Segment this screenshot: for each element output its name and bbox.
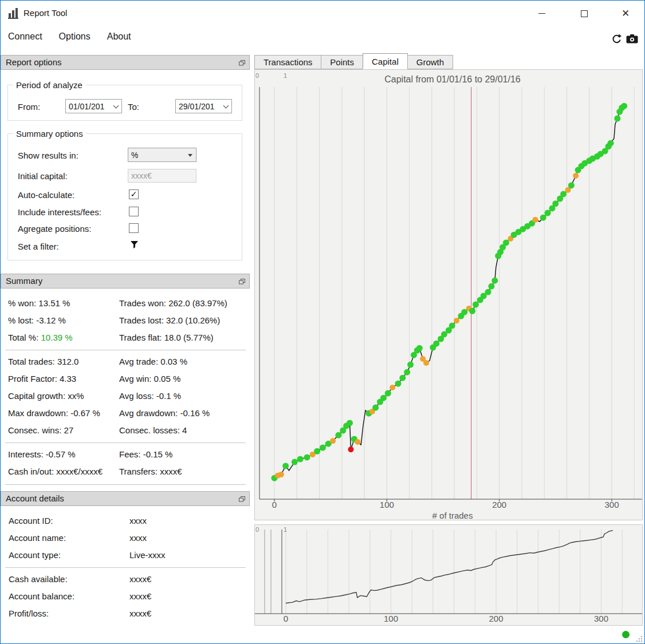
undock-icon[interactable] xyxy=(239,496,245,502)
summary-row: Total %: 10.39 %Trades flat: 18.0 (5.77%… xyxy=(1,329,250,346)
svg-text:100: 100 xyxy=(380,500,394,509)
summary-row: Consec. wins: 27Consec. losses: 4 xyxy=(1,422,250,439)
tab-capital[interactable]: Capital xyxy=(363,53,408,69)
initial-capital-label: Initial capital: xyxy=(18,171,68,181)
summary-row: Profit Factor: 4.33Avg win: 0.05 % xyxy=(1,370,250,388)
summary-row: Interests: -0.57 %Fees: -0.15 % xyxy=(1,446,250,463)
menu-item-connect[interactable]: Connect xyxy=(7,30,44,44)
svg-text:200: 200 xyxy=(492,500,506,509)
account-row: Profit/loss:xxxx€ xyxy=(1,605,250,622)
minimize-button[interactable] xyxy=(529,1,555,26)
show-results-label: Show results in: xyxy=(18,151,78,160)
report-options-header: Report options xyxy=(1,55,250,70)
set-filter-label: Set a filter: xyxy=(18,242,59,251)
maximize-icon xyxy=(581,10,588,17)
refresh-button[interactable] xyxy=(611,33,622,44)
camera-button[interactable] xyxy=(626,34,638,44)
svg-text:Capital from 01/01/16 to 29/01: Capital from 01/01/16 to 29/01/16 xyxy=(384,74,521,84)
separator xyxy=(5,484,246,485)
summary-title: Summary xyxy=(6,276,42,286)
to-label: To: xyxy=(128,102,139,112)
filter-button[interactable] xyxy=(130,240,139,249)
undock-icon[interactable] xyxy=(239,60,245,66)
close-button[interactable]: ✕ xyxy=(612,1,639,26)
svg-text:0: 0 xyxy=(272,500,277,509)
resize-grip[interactable] xyxy=(635,635,643,642)
minimize-icon xyxy=(538,13,545,14)
menu-item-about[interactable]: About xyxy=(106,30,132,44)
auto-calculate-label: Auto-calculate: xyxy=(18,190,74,200)
summary-block-2: Total trades: 312.0Avg trade: 0.03 %Prof… xyxy=(1,353,250,439)
account-row: Account type:Live-xxxx xyxy=(1,547,250,564)
account-block-1: Account ID:xxxxAccount name:xxxxAccount … xyxy=(1,512,250,564)
tab-bar: TransactionsPointsCapitalGrowth xyxy=(254,53,453,69)
summary-row: % won: 13.51 %Trades won: 262.0 (83.97%) xyxy=(1,295,250,312)
summary-block-1: % won: 13.51 %Trades won: 262.0 (83.97%)… xyxy=(1,295,250,346)
initial-capital-input[interactable] xyxy=(128,169,196,183)
show-results-combobox[interactable]: % xyxy=(128,148,196,162)
to-date-value: 29/01/201 xyxy=(179,102,214,111)
svg-text:1: 1 xyxy=(284,72,287,79)
svg-text:# of trades: # of trades xyxy=(432,511,473,520)
connection-status-indicator xyxy=(622,631,630,638)
separator xyxy=(5,442,246,443)
svg-text:300: 300 xyxy=(604,500,619,509)
to-date-combobox[interactable]: 29/01/201 xyxy=(175,99,232,113)
auto-calculate-checkbox[interactable]: ✓ xyxy=(129,189,139,199)
report-options-title: Report options xyxy=(6,57,62,67)
summary-row: Total trades: 312.0Avg trade: 0.03 % xyxy=(1,353,250,370)
account-details-header: Account details xyxy=(1,491,250,506)
dropdown-arrow-icon xyxy=(188,154,192,157)
separator xyxy=(5,350,246,350)
include-interests-label: Include interests/fees: xyxy=(18,207,101,217)
svg-text:300: 300 xyxy=(594,614,608,623)
menu-bar: ConnectOptionsAbout xyxy=(1,26,645,47)
agregate-positions-checkbox[interactable] xyxy=(129,223,139,233)
app-icon xyxy=(6,6,20,20)
undock-icon[interactable] xyxy=(239,279,245,285)
svg-text:200: 200 xyxy=(489,614,503,623)
account-row: Cash available:xxxx€ xyxy=(1,571,250,588)
refresh-icon xyxy=(611,33,622,44)
account-row: Account balance:xxxx€ xyxy=(1,588,250,605)
account-block-2: Cash available:xxxx€Account balance:xxxx… xyxy=(1,571,250,622)
summary-row: Max drawdown: -0.67 %Avg drawdown: -0.16… xyxy=(1,405,250,422)
capital-chart: 0100200300Capital from 01/01/16 to 29/01… xyxy=(254,69,643,520)
show-results-value: % xyxy=(131,151,138,160)
window-title: Report Tool xyxy=(23,8,67,18)
chevron-down-icon xyxy=(113,103,119,109)
capital-overview-svg: 010020030001 xyxy=(255,525,642,625)
capital-overview-chart: 010020030001 xyxy=(254,524,643,626)
report-tool-window: { "window": { "title": "Report Tool" }, … xyxy=(0,0,645,644)
summary-block-3: Interests: -0.57 %Fees: -0.15 %Cash in/o… xyxy=(1,446,250,480)
capital-chart-svg: 0100200300Capital from 01/01/16 to 29/01… xyxy=(255,70,642,520)
summary-header: Summary xyxy=(1,274,250,289)
account-row: Account name:xxxx xyxy=(1,530,250,547)
svg-text:0: 0 xyxy=(255,72,259,79)
from-label: From: xyxy=(18,102,40,112)
summary-row: Capital growth: xx%Avg loss: -0.1 % xyxy=(1,388,250,405)
include-interests-checkbox[interactable] xyxy=(129,207,139,216)
filter-icon xyxy=(130,240,139,249)
camera-icon xyxy=(626,34,638,44)
summary-row: % lost: -3.12 %Trades lost: 32.0 (10.26%… xyxy=(1,312,250,329)
summary-options-label: Summary options xyxy=(13,129,86,139)
svg-text:100: 100 xyxy=(384,614,398,623)
svg-text:0: 0 xyxy=(284,614,288,623)
agregate-positions-label: Agregate positions: xyxy=(18,224,91,234)
tab-growth[interactable]: Growth xyxy=(407,55,453,69)
maximize-button[interactable] xyxy=(571,1,597,26)
account-row: Account ID:xxxx xyxy=(1,512,250,530)
period-group-label: Period of analyze xyxy=(13,80,85,90)
svg-text:1: 1 xyxy=(284,526,287,533)
chevron-down-icon xyxy=(223,103,229,109)
menu-item-options[interactable]: Options xyxy=(58,30,92,44)
summary-row: Cash in/out: xxxx€/xxxx€Transfers: xxxx€ xyxy=(1,463,250,480)
tab-transactions[interactable]: Transactions xyxy=(254,55,321,69)
close-icon: ✕ xyxy=(622,9,630,18)
tab-points[interactable]: Points xyxy=(321,55,363,69)
account-details-title: Account details xyxy=(6,493,64,503)
from-date-combobox[interactable]: 01/01/201 xyxy=(65,99,122,113)
from-date-value: 01/01/201 xyxy=(69,102,104,111)
separator xyxy=(5,567,246,568)
